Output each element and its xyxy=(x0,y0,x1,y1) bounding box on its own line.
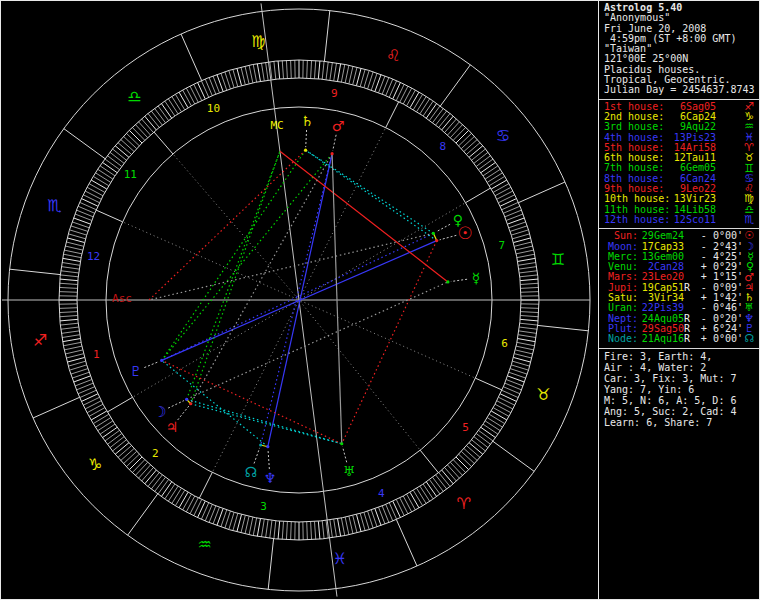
degree-tick xyxy=(453,460,466,473)
planet-label: Node: xyxy=(604,334,638,344)
degree-tick xyxy=(516,250,534,254)
degree-tick xyxy=(233,513,238,530)
degree-tick xyxy=(266,520,269,538)
moon-icon[interactable]: ☽ xyxy=(153,403,166,421)
degree-tick xyxy=(472,440,486,451)
degree-tick xyxy=(491,180,507,189)
degree-tick xyxy=(493,184,509,193)
degree-tick xyxy=(487,173,502,183)
chart-wheel[interactable]: ☉☽☿♀♂♃♄♅♆♇☊♐♑♒♓♈♉♊♋♌♍♎♏123456789101112As… xyxy=(1,1,598,599)
degree-tick xyxy=(448,122,460,135)
degree-tick xyxy=(115,146,129,158)
degree-tick xyxy=(98,421,113,431)
aspect-quincunx-venus-ASC xyxy=(149,233,433,300)
planet-dot-mercury xyxy=(446,280,449,283)
chart-area: ☉☽☿♀♂♃♄♅♆♇☊♐♑♒♓♈♉♊♋♌♍♎♏123456789101112As… xyxy=(1,1,599,599)
sign-boundary-line xyxy=(396,519,417,566)
degree-tick xyxy=(439,113,450,127)
degree-tick xyxy=(60,319,78,321)
house-cusp-line xyxy=(96,210,123,222)
capricorn-sign-icon: ♑ xyxy=(88,455,102,474)
mars-icon[interactable]: ♂ xyxy=(332,118,345,134)
pointer-moon xyxy=(168,401,184,409)
stats-line: M: 5, N: 6, A: 5, D: 6 xyxy=(604,395,759,406)
info-panel: Astrolog 5.40 "Anonymous" Fri June 20, 2… xyxy=(599,1,759,599)
degree-tick xyxy=(400,86,408,102)
degree-tick xyxy=(135,462,147,475)
aspect-sextile-sun-saturn xyxy=(306,150,437,240)
degree-tick xyxy=(64,250,82,254)
saturn-icon[interactable]: ♄ xyxy=(301,113,314,129)
degree-tick xyxy=(62,335,80,338)
sign-boundary-line xyxy=(10,269,61,274)
degree-tick xyxy=(63,258,81,261)
degree-tick xyxy=(148,473,159,487)
leo-sign-icon: ♌ xyxy=(386,46,400,65)
degree-tick xyxy=(521,292,539,293)
degree-tick xyxy=(80,202,96,209)
sign-boundary-line xyxy=(538,325,589,330)
degree-tick xyxy=(491,411,507,420)
planet-dot-uranus xyxy=(340,442,343,445)
blue-sign-glyph: ♏ xyxy=(744,215,754,225)
house-number-10: 10 xyxy=(207,102,220,115)
sign-boundary-line xyxy=(33,397,80,418)
degree-tick xyxy=(476,156,490,167)
degree-tick xyxy=(353,515,357,532)
retrograde-flag: R xyxy=(684,283,691,293)
degree-tick xyxy=(518,335,536,338)
degree-tick xyxy=(66,242,83,246)
chart-statistics: Fire: 3, Earth: 4,Air : 4, Water: 2Car: … xyxy=(599,348,759,431)
degree-tick xyxy=(83,195,99,203)
degree-tick xyxy=(479,159,494,170)
stats-line: Fire: 3, Earth: 4, xyxy=(604,351,759,362)
house-number-6: 6 xyxy=(501,337,508,350)
degree-tick xyxy=(61,267,79,270)
degree-tick xyxy=(516,346,534,350)
degree-tick xyxy=(155,477,166,491)
degree-tick xyxy=(61,271,79,273)
degree-tick xyxy=(453,127,466,140)
degree-tick xyxy=(145,470,157,484)
degree-tick xyxy=(311,522,312,540)
pointer-uranus xyxy=(343,447,347,463)
degree-tick xyxy=(59,287,77,288)
degree-tick xyxy=(513,238,530,243)
virgo-sign-icon: ♍ xyxy=(251,32,265,51)
degree-tick xyxy=(237,514,242,531)
degree-tick xyxy=(112,149,126,160)
degree-tick xyxy=(456,130,469,143)
degree-tick xyxy=(274,521,276,539)
degree-tick xyxy=(515,350,533,354)
house-cusp-list: 1st house:6Sag05♐2nd house:6Cap24♑3rd ho… xyxy=(599,99,759,229)
degree-tick xyxy=(521,312,539,313)
degree-tick xyxy=(129,130,142,143)
degree-tick xyxy=(521,308,539,309)
degree-tick xyxy=(60,283,78,284)
degree-tick xyxy=(257,519,260,537)
mercury-icon[interactable]: ☿ xyxy=(472,270,481,286)
house-cusp-line xyxy=(475,378,502,390)
degree-tick xyxy=(520,319,538,321)
degree-tick xyxy=(241,515,245,532)
uranus-icon[interactable]: ♅ xyxy=(343,463,356,479)
degree-tick xyxy=(278,61,280,79)
degree-tick xyxy=(59,312,77,313)
degree-tick xyxy=(450,124,462,137)
degree-tick xyxy=(65,350,83,354)
degree-tick xyxy=(151,111,162,125)
degree-tick xyxy=(345,517,349,535)
degree-tick xyxy=(85,401,101,409)
neptune-icon[interactable]: ♆ xyxy=(264,470,277,486)
stats-line: Ang: 5, Suc: 2, Cad: 4 xyxy=(604,406,759,417)
degree-tick xyxy=(95,418,110,428)
venus-icon[interactable]: ♀ xyxy=(453,212,463,228)
node-icon[interactable]: ☊ xyxy=(245,464,257,480)
pluto-icon[interactable]: ♇ xyxy=(130,363,143,379)
degree-tick xyxy=(107,156,121,167)
stats-line: Learn: 6, Share: 7 xyxy=(604,417,759,428)
degree-tick xyxy=(423,101,433,116)
house-cusp-inner-line xyxy=(212,302,298,473)
jupiter-icon[interactable]: ♃ xyxy=(166,419,179,435)
degree-tick xyxy=(123,451,136,463)
